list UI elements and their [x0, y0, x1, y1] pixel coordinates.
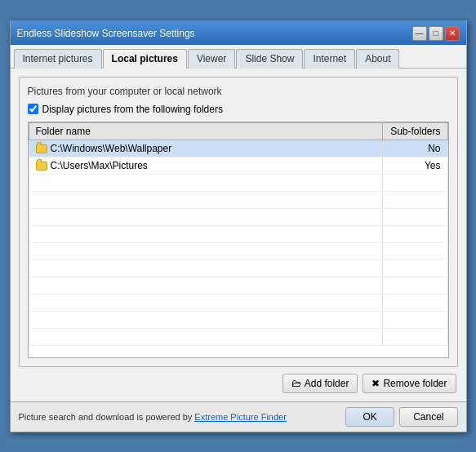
folder-name-cell: C:\Windows\Web\Wallpaper: [29, 140, 382, 157]
folder-table-body: C:\Windows\Web\WallpaperNo C:\Users\Max\…: [29, 140, 447, 345]
window-title: Endless Slideshow Screensaver Settings: [17, 28, 195, 39]
table-row[interactable]: C:\Windows\Web\WallpaperNo: [29, 140, 447, 157]
table-header-row: Folder name Sub-folders: [29, 122, 447, 140]
folder-icon: [36, 144, 47, 153]
display-checkbox[interactable]: [28, 104, 38, 114]
tab-content: Pictures from your computer or local net…: [11, 69, 466, 401]
footer-text: Picture search and download is powered b…: [19, 412, 287, 422]
table-row-empty: [29, 259, 447, 277]
table-row-empty: [29, 191, 447, 208]
maximize-button[interactable]: □: [429, 26, 443, 41]
minimize-button[interactable]: —: [412, 26, 427, 41]
table-row-empty: [29, 277, 447, 294]
remove-folder-label: Remove folder: [383, 378, 447, 389]
table-row-empty: [29, 208, 447, 225]
folder-table-wrapper[interactable]: Folder name Sub-folders C:\Windows\Web\W…: [28, 122, 449, 358]
add-folder-icon: 🗁: [291, 378, 301, 389]
table-row-empty: [29, 328, 447, 345]
action-buttons: 🗁 Add folder ✖ Remove folder: [19, 374, 458, 393]
extreme-picture-finder-link[interactable]: Extreme Picture Finder: [194, 412, 286, 422]
col-folder-name: Folder name: [29, 122, 382, 140]
tab-internet[interactable]: Internet: [304, 49, 355, 69]
table-row-empty: [29, 311, 447, 328]
checkbox-label[interactable]: Display pictures from the following fold…: [42, 104, 223, 115]
add-folder-button[interactable]: 🗁 Add folder: [282, 374, 358, 393]
footer-buttons: OK Cancel: [345, 407, 457, 427]
main-window: Endless Slideshow Screensaver Settings —…: [10, 20, 467, 432]
add-folder-label: Add folder: [305, 378, 349, 389]
tab-slide-show[interactable]: Slide Show: [236, 49, 303, 69]
footer: Picture search and download is powered b…: [11, 401, 466, 432]
table-row-empty: [29, 242, 447, 259]
tab-local-pictures[interactable]: Local pictures: [103, 49, 187, 69]
remove-folder-button[interactable]: ✖ Remove folder: [363, 374, 456, 393]
close-button[interactable]: ✕: [445, 26, 460, 41]
tab-about[interactable]: About: [356, 49, 399, 69]
group-box: Pictures from your computer or local net…: [19, 77, 458, 367]
tabs-bar: Internet pictures Local pictures Viewer …: [11, 45, 466, 69]
tab-internet-pictures[interactable]: Internet pictures: [14, 49, 102, 69]
checkbox-row: Display pictures from the following fold…: [28, 104, 449, 115]
subfolders-cell: Yes: [382, 157, 447, 174]
group-title: Pictures from your computer or local net…: [28, 86, 449, 97]
cancel-button[interactable]: Cancel: [399, 407, 457, 427]
ok-button[interactable]: OK: [345, 407, 394, 427]
title-bar: Endless Slideshow Screensaver Settings —…: [11, 22, 466, 45]
table-row-empty: [29, 174, 447, 191]
title-bar-controls: — □ ✕: [412, 26, 460, 41]
tab-viewer[interactable]: Viewer: [188, 49, 235, 69]
subfolders-cell: No: [382, 140, 447, 157]
folder-icon: [36, 162, 47, 171]
folder-name-cell: C:\Users\Max\Pictures: [29, 157, 382, 174]
table-row-empty: [29, 225, 447, 242]
remove-folder-icon: ✖: [371, 378, 380, 389]
table-row-empty: [29, 294, 447, 311]
folder-table: Folder name Sub-folders C:\Windows\Web\W…: [29, 122, 448, 346]
col-subfolders: Sub-folders: [382, 122, 447, 140]
table-row[interactable]: C:\Users\Max\PicturesYes: [29, 157, 447, 174]
